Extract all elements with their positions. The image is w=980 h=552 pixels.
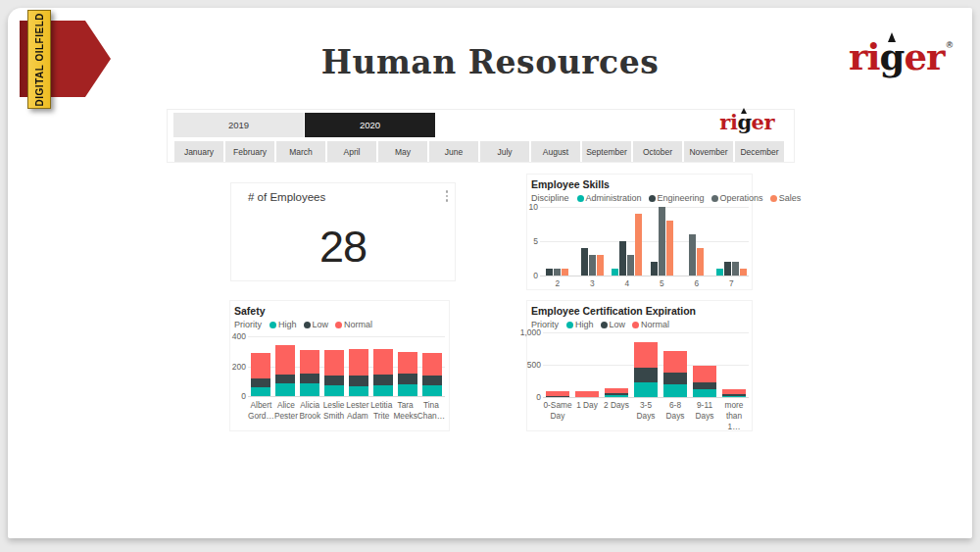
bar-segment-high[interactable] [349,386,368,396]
bar-segment-low[interactable] [634,368,658,382]
bar-operations[interactable] [732,262,739,276]
bar-sales[interactable] [697,248,704,276]
bar-engineering[interactable] [546,269,553,276]
month-tab-october[interactable]: October [633,141,682,162]
bar-segment-normal[interactable] [693,366,716,382]
legend-item-high[interactable]: High [270,320,297,329]
bar-segment-normal[interactable] [251,353,270,378]
bar-segment-normal[interactable] [398,352,417,374]
legend-dot [649,195,656,202]
bar-segment-low[interactable] [275,375,295,383]
bar-segment-normal[interactable] [663,351,687,373]
bar-segment-low[interactable] [349,376,368,386]
month-tab-april[interactable]: April [327,141,376,162]
bar-engineering[interactable] [619,241,626,276]
legend-item-operations[interactable]: Operations [711,193,763,203]
month-tab-november[interactable]: November [684,141,733,162]
legend-item-normal[interactable]: Normal [335,320,372,329]
legend-item-sales[interactable]: Sales [770,193,802,203]
y-tick-label: 0 [533,271,538,280]
bar-segment-high[interactable] [634,382,658,397]
x-tick-label: 5 [645,278,680,289]
ribbon-label: DIGITAL OILFIELD [34,13,45,106]
legend-item-high[interactable]: High [566,320,594,329]
bar-administration[interactable] [612,269,618,276]
y-tick-label: 400 [232,331,246,341]
bar-administration[interactable] [716,269,723,276]
bar-segment-low[interactable] [300,374,319,383]
oil-drop-icon: g [880,39,905,75]
bar-engineering[interactable] [724,262,731,276]
bar-segment-low[interactable] [398,374,417,384]
bar-segment-high[interactable] [373,385,393,396]
bar-segment-high[interactable] [251,387,270,396]
bar-segment-low[interactable] [546,396,569,397]
bar-sales[interactable] [666,221,673,276]
month-tab-september[interactable]: September [582,141,631,162]
bar-segment-normal[interactable] [575,391,599,397]
bar-segment-low[interactable] [324,376,344,385]
month-tab-december[interactable]: December [735,141,784,162]
bar-segment-normal[interactable] [422,353,442,376]
legend-item-low[interactable]: Low [304,320,329,329]
month-tab-june[interactable]: June [429,141,478,162]
year-tab-2020[interactable]: 2020 [305,113,435,137]
bar-sales[interactable] [597,255,604,276]
bar-engineering[interactable] [581,248,588,276]
bar-sales[interactable] [562,269,568,276]
month-tab-july[interactable]: July [480,141,529,162]
month-tab-january[interactable]: January [174,141,223,162]
bar-segment-high[interactable] [663,384,687,397]
month-tab-may[interactable]: May [378,141,427,162]
bar-segment-normal[interactable] [275,345,295,375]
bar-segment-low[interactable] [251,378,270,387]
bar-segment-high[interactable] [693,389,716,397]
legend-item-engineering[interactable]: Engineering [649,193,705,203]
more-options-icon[interactable] [446,190,449,202]
bar-segment-high[interactable] [324,385,344,396]
employee-count-card: # of Employees 28 [230,182,456,281]
legend-dot [335,322,342,328]
x-axis: 234567 [540,278,749,289]
bar-segment-low[interactable] [663,373,687,384]
bar-segment-low[interactable] [422,376,442,385]
bar-segment-normal[interactable] [373,349,393,375]
bar-segment-normal[interactable] [349,349,368,376]
bar-segment-high[interactable] [398,384,417,396]
bar-segment-high[interactable] [422,385,442,396]
plot-area [248,336,445,396]
year-tab-2019[interactable]: 2019 [173,113,304,137]
bar-segment-high[interactable] [605,395,628,397]
bar-segment-high[interactable] [275,383,295,396]
bar-engineering[interactable] [651,262,658,276]
bar-operations[interactable] [627,255,634,276]
legend-item-normal[interactable]: Normal [632,320,669,329]
month-tab-february[interactable]: February [225,141,274,162]
oil-drop-icon: g [737,112,751,132]
y-tick-label: 10 [529,202,538,212]
legend-item-administration[interactable]: Administration [577,193,642,203]
y-axis: 0200400 [230,301,246,430]
y-tick-label: 1,000 [520,327,541,337]
bar-operations[interactable] [659,207,665,276]
bar-operations[interactable] [554,269,561,276]
legend-item-low[interactable]: Low [601,320,626,329]
bar-segment-high[interactable] [300,383,319,396]
bar-segment-low[interactable] [693,382,716,389]
bar-segment-high[interactable] [722,396,746,397]
x-tick-label: 3-5Days [631,400,661,431]
bar-segment-normal[interactable] [324,350,344,376]
month-tab-march[interactable]: March [276,141,325,162]
bar-segment-normal[interactable] [634,342,658,368]
bar-operations[interactable] [589,255,596,276]
x-tick-label: 4 [610,278,645,289]
bar-operations[interactable] [689,234,696,276]
logo-text: ri [849,35,880,78]
x-tick-label: 2 [540,278,575,289]
bar-segment-normal[interactable] [300,350,319,374]
month-tab-august[interactable]: August [531,141,580,162]
bar-sales[interactable] [635,214,642,276]
gridline [540,276,749,276]
bar-segment-low[interactable] [373,375,393,385]
bar-sales[interactable] [740,269,747,276]
